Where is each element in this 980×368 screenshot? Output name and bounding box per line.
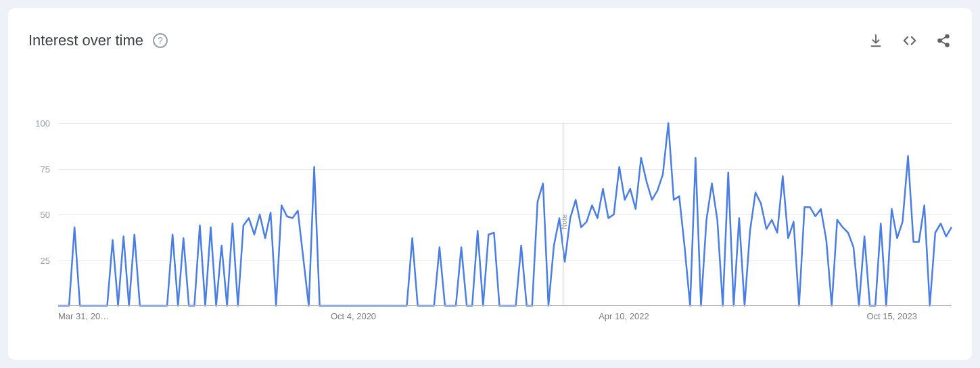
chart-area: 255075100 Note Mar 31, 20…Oct 4, 2020Apr… [28, 123, 952, 306]
help-icon[interactable]: ? [153, 33, 168, 48]
note-marker[interactable]: Note [563, 123, 563, 306]
card-actions [868, 32, 952, 49]
x-tick-label: Oct 4, 2020 [331, 311, 376, 321]
title-wrap: Interest over time ? [28, 32, 168, 49]
series-line [58, 123, 952, 306]
x-tick-label: Oct 15, 2023 [867, 311, 917, 321]
download-icon[interactable] [868, 32, 884, 49]
x-axis: Mar 31, 20…Oct 4, 2020Apr 10, 2022Oct 15… [58, 311, 952, 326]
y-tick-label: 100 [28, 118, 50, 129]
y-axis: 255075100 [28, 123, 54, 306]
x-tick-label: Mar 31, 20… [58, 311, 109, 321]
x-tick-label: Apr 10, 2022 [599, 311, 649, 321]
y-tick-label: 75 [28, 164, 50, 174]
plot-area[interactable]: Note [58, 123, 952, 306]
card-header: Interest over time ? [28, 27, 952, 54]
line-series [58, 123, 952, 306]
share-icon[interactable] [935, 32, 952, 49]
trends-card: Interest over time ? 2550751 [8, 8, 972, 360]
y-tick-label: 50 [28, 210, 50, 220]
y-tick-label: 25 [28, 255, 50, 265]
embed-icon[interactable] [902, 32, 918, 49]
note-label: Note [561, 214, 568, 229]
card-title: Interest over time [28, 32, 143, 49]
x-baseline [58, 305, 952, 306]
